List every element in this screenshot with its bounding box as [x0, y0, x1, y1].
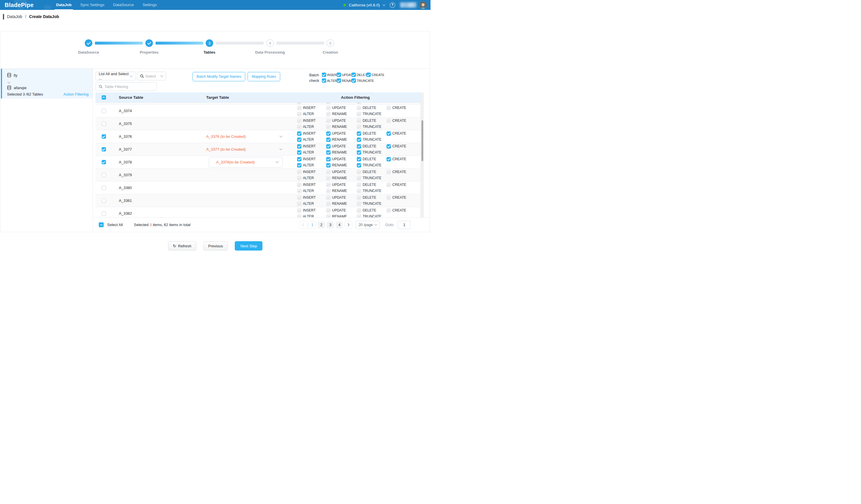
action-checkbox-alter[interactable]: [297, 150, 301, 155]
batch-checkbox-update[interactable]: [337, 72, 341, 77]
action-checkbox-update[interactable]: [326, 157, 331, 161]
batch-modify-target-names-button[interactable]: Batch Modify Target Names: [193, 72, 245, 81]
sidebar-item-schema[interactable]: lly afanqie Selected 3 /62 Tables: [1, 69, 93, 98]
action-checkbox-create: [386, 195, 391, 200]
page-button-4[interactable]: 4: [336, 221, 343, 228]
action-checkbox-truncate[interactable]: [357, 137, 361, 142]
table-filter-input[interactable]: Table Filtering: [96, 82, 157, 91]
batch-checkbox-create[interactable]: [366, 72, 371, 77]
row-checkbox[interactable]: [102, 186, 106, 190]
action-option-label: UPDATE: [332, 195, 346, 200]
action-checkbox-create[interactable]: [386, 144, 391, 149]
action-checkbox-insert[interactable]: [297, 144, 301, 149]
target-table-select[interactable]: A_3376 (to be Created): [202, 134, 290, 139]
action-checkbox-insert[interactable]: [297, 157, 301, 161]
action-filtering-link[interactable]: Action Filtering: [64, 92, 88, 96]
action-option-create: CREATE: [386, 182, 421, 187]
target-table-select[interactable]: A_3377 (to be Created): [202, 147, 290, 151]
page-button-3[interactable]: 3: [327, 221, 334, 228]
action-option-label: ALTER: [303, 176, 314, 180]
next-page-button[interactable]: [345, 221, 352, 228]
action-checkbox-delete[interactable]: [357, 157, 361, 161]
row-checkbox[interactable]: [102, 147, 106, 151]
action-checkbox-rename[interactable]: [326, 150, 331, 155]
action-checkbox-truncate: [357, 112, 361, 116]
breadcrumb-root[interactable]: DataJob: [7, 14, 22, 19]
row-checkbox[interactable]: [102, 173, 106, 177]
filter-type-select[interactable]: Select: [137, 72, 166, 80]
action-option-label: TRUNCATE: [363, 125, 381, 129]
avatar[interactable]: [419, 1, 427, 9]
action-checkbox-delete: [357, 195, 361, 200]
action-checkbox-truncate[interactable]: [357, 163, 361, 167]
source-table-name: A_3379: [119, 173, 132, 177]
action-checkbox-update[interactable]: [326, 144, 331, 149]
row-checkbox[interactable]: [102, 122, 106, 126]
region-selector[interactable]: California (v0.6.0): [348, 3, 380, 7]
action-checkbox-update: [326, 195, 331, 200]
action-checkbox-alter[interactable]: [297, 137, 301, 142]
page-size-select[interactable]: 20 /page: [356, 221, 380, 229]
action-option-rename: RENAME: [326, 176, 357, 181]
header-select-all-checkbox[interactable]: [102, 95, 106, 100]
action-option-update: UPDATE: [326, 106, 357, 110]
action-option-label: TRUNCATE: [363, 137, 381, 141]
prev-page-button[interactable]: [300, 221, 307, 228]
page-button-1[interactable]: 1: [309, 221, 316, 228]
action-checkbox-insert: [297, 170, 301, 174]
batch-checkbox-insert[interactable]: [322, 72, 326, 77]
help-icon[interactable]: ?: [390, 2, 395, 8]
action-checkbox-alter[interactable]: [297, 163, 301, 167]
action-option-update: UPDATE: [326, 144, 357, 149]
goto-page-input[interactable]: 1: [398, 221, 411, 229]
action-option-label: TRUNCATE: [363, 163, 381, 167]
scrollbar-thumb[interactable]: [422, 120, 423, 161]
batch-checkbox-delete[interactable]: [352, 72, 356, 77]
batch-checkbox-truncate[interactable]: [352, 78, 356, 83]
batch-check-option-update: UPDATE: [337, 72, 352, 77]
page-button-2[interactable]: 2: [318, 221, 325, 228]
action-checkbox-create[interactable]: [386, 157, 391, 161]
step-label: DataSource: [68, 50, 109, 54]
action-checkbox: [326, 103, 331, 105]
action-checkbox-insert[interactable]: [297, 132, 301, 136]
action-option-insert: INSERT: [297, 106, 326, 110]
nav-tab-datajob[interactable]: DataJob: [52, 0, 76, 10]
chevron-down-icon[interactable]: [383, 3, 385, 5]
list-mode-select[interactable]: List All and Select ...: [96, 72, 135, 80]
row-checkbox[interactable]: [102, 211, 106, 216]
tables-table: Source Table Target Table Action Filteri…: [96, 92, 421, 217]
row-checkbox[interactable]: [102, 109, 106, 113]
nav-tab-datasource[interactable]: DataSource: [109, 0, 138, 10]
source-table-name: A_3382: [119, 211, 132, 216]
action-checkbox-update[interactable]: [326, 132, 331, 136]
row-checkbox[interactable]: [102, 160, 106, 164]
column-header-target-table: Target Table: [202, 95, 290, 100]
select-all-checkbox[interactable]: [99, 222, 104, 227]
table-scrollbar[interactable]: [421, 93, 424, 217]
row-checkbox[interactable]: [102, 134, 106, 139]
batch-checkbox-alter[interactable]: [322, 78, 326, 83]
nav-tab-settings[interactable]: Settings: [138, 0, 161, 10]
source-table-cell: A_3379: [112, 173, 202, 177]
next-step-button[interactable]: Next Step: [235, 241, 262, 250]
action-option-create: CREATE: [386, 208, 421, 213]
row-checkbox[interactable]: [102, 199, 106, 203]
action-option-insert: INSERT: [297, 208, 326, 213]
nav-tab-sync-settings[interactable]: Sync Settings: [76, 0, 109, 10]
mapping-rules-button[interactable]: Mapping Rules: [248, 72, 280, 81]
action-checkbox-rename[interactable]: [326, 137, 331, 142]
create-datajob-card: DataSource Properties 3 Tables 4 Data Pr…: [1, 31, 430, 232]
action-checkbox-rename[interactable]: [326, 163, 331, 167]
pagination: 1234 20 /page Goto 1: [300, 221, 411, 229]
batch-checkbox-rename[interactable]: [337, 78, 341, 83]
action-checkbox-delete[interactable]: [357, 144, 361, 149]
previous-button[interactable]: Previous: [203, 241, 228, 250]
action-checkbox-truncate[interactable]: [357, 150, 361, 155]
action-checkbox-truncate: [357, 189, 361, 193]
action-checkbox-create[interactable]: [386, 132, 391, 136]
target-table-select[interactable]: A_3378(to be Created): [209, 157, 283, 167]
action-checkbox-delete[interactable]: [357, 132, 361, 136]
action-checkbox-create: [386, 106, 391, 110]
refresh-button[interactable]: ↻Refresh: [168, 241, 196, 250]
